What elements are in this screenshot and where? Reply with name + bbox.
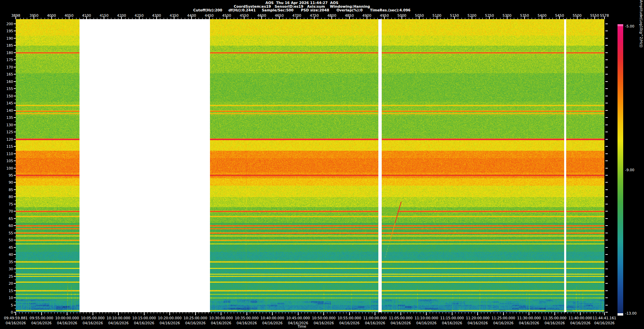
time-minor-tick — [160, 312, 160, 314]
time-minor-tick — [414, 312, 414, 314]
time-minor-tick — [234, 312, 234, 314]
top-axis-minor-tick — [213, 18, 213, 19]
top-axis-minor-tick — [528, 18, 528, 19]
top-axis-minor-tick — [503, 18, 504, 19]
top-axis-minor-tick — [160, 18, 160, 19]
y-axis-label: 60 — [2, 224, 13, 228]
top-axis-minor-tick — [574, 18, 574, 19]
time-minor-tick — [128, 312, 128, 314]
time-axis-label: 10:00:00.000 04/16/2026 — [55, 316, 79, 326]
y-axis-minor-tick — [15, 258, 16, 258]
top-axis-minor-tick — [307, 18, 308, 19]
y-axis-label: 15 — [2, 289, 13, 293]
time-axis-label: 09:55:00.000 04/16/2026 — [30, 316, 53, 326]
y-axis-minor-tick — [15, 71, 16, 71]
y-axis-right-tick — [605, 312, 608, 313]
top-axis-minor-tick — [94, 18, 94, 19]
top-axis-minor-tick — [353, 18, 353, 19]
top-axis-minor-tick — [339, 18, 339, 19]
time-minor-tick — [324, 312, 324, 314]
y-axis-right-tick — [605, 262, 608, 262]
y-axis-right-tick — [605, 88, 608, 89]
top-axis-minor-tick — [185, 18, 185, 19]
top-axis-minor-tick — [167, 18, 167, 19]
y-axis-label: 110 — [2, 152, 13, 156]
top-axis-minor-tick — [248, 18, 248, 19]
y-axis-minor-tick — [15, 150, 16, 150]
y-axis-minor-tick — [15, 78, 16, 78]
top-axis-minor-tick — [62, 18, 62, 19]
top-axis-minor-tick — [146, 18, 147, 19]
top-axis-minor-tick — [206, 18, 206, 19]
top-axis-major-tick — [86, 16, 87, 19]
top-axis-minor-tick — [395, 18, 395, 19]
y-axis-label: 150 — [2, 94, 13, 98]
top-axis-minor-tick — [45, 18, 45, 19]
time-minor-tick — [471, 312, 472, 314]
top-axis-minor-tick — [388, 18, 388, 19]
top-axis-major-tick — [419, 16, 420, 19]
spectrogram-canvas[interactable] — [16, 19, 604, 312]
y-axis-major-tick — [14, 211, 16, 211]
top-axis-minor-tick — [202, 18, 203, 19]
top-axis-major-tick — [472, 16, 472, 19]
y-axis-label: 165 — [2, 72, 13, 76]
y-axis-right-tick — [605, 74, 608, 75]
time-minor-tick — [208, 312, 209, 314]
y-axis-minor-tick — [15, 143, 16, 143]
time-minor-tick — [240, 312, 240, 314]
top-axis-minor-tick — [486, 18, 486, 19]
top-axis-major-tick — [297, 16, 297, 19]
top-axis-minor-tick — [328, 18, 329, 19]
y-axis-major-tick — [14, 247, 16, 248]
time-minor-tick — [327, 312, 327, 314]
y-axis-major-tick — [14, 146, 16, 147]
top-axis-major-tick — [226, 16, 227, 19]
y-axis-minor-tick — [15, 179, 16, 179]
time-minor-tick — [29, 312, 29, 314]
top-axis-minor-tick — [377, 18, 378, 19]
time-minor-tick — [555, 312, 555, 314]
top-axis-major-tick — [454, 16, 455, 19]
y-axis-right-tick — [605, 23, 608, 24]
time-minor-tick — [314, 312, 314, 314]
top-axis-minor-tick — [430, 18, 430, 19]
top-axis-minor-tick — [38, 18, 38, 19]
time-minor-tick — [106, 312, 106, 314]
y-axis-label: 30 — [2, 267, 13, 271]
y-axis-right-tick — [605, 59, 608, 60]
top-axis-minor-tick — [496, 18, 497, 19]
time-minor-tick — [57, 312, 58, 314]
time-minor-tick — [186, 312, 186, 314]
y-axis-label: 155 — [2, 87, 13, 91]
top-axis-minor-tick — [181, 18, 181, 19]
y-axis-label: 80 — [2, 195, 13, 199]
y-axis-label: 95 — [2, 173, 13, 177]
y-axis-major-tick — [14, 305, 16, 306]
time-axis-label: 11:25:00.000 04/16/2026 — [491, 316, 515, 326]
y-axis-label: 90 — [2, 180, 13, 184]
time-minor-tick — [516, 312, 517, 314]
y-axis-right-tick — [605, 283, 608, 284]
y-axis-right-tick — [605, 132, 608, 132]
time-minor-tick — [475, 312, 475, 314]
time-minor-tick — [109, 312, 109, 314]
time-minor-tick — [247, 312, 247, 314]
top-axis-minor-tick — [216, 18, 217, 19]
top-axis-minor-tick — [482, 18, 483, 19]
top-axis-minor-tick — [23, 18, 24, 19]
time-minor-tick — [295, 312, 295, 314]
time-minor-tick — [269, 312, 270, 314]
time-minor-tick — [131, 312, 131, 314]
top-axis-minor-tick — [416, 18, 416, 19]
time-minor-tick — [468, 312, 469, 314]
y-axis-minor-tick — [15, 237, 16, 237]
top-axis-major-tick — [191, 16, 192, 19]
time-axis-label: 11:05:00.000 04/16/2026 — [389, 316, 413, 326]
y-axis-major-tick — [14, 74, 16, 75]
top-axis-minor-tick — [335, 18, 336, 19]
time-minor-tick — [77, 312, 77, 314]
time-minor-tick — [141, 312, 141, 314]
y-axis-minor-tick — [15, 49, 16, 49]
time-minor-tick — [73, 312, 74, 314]
